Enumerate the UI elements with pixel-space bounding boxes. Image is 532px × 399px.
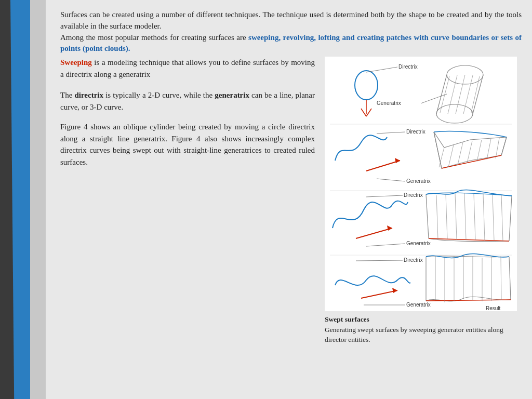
sweeping-text: is a modeling technique that allows you … <box>60 58 315 78</box>
svg-line-43 <box>464 193 466 240</box>
svg-line-41 <box>446 194 447 239</box>
svg-point-0 <box>355 71 378 100</box>
svg-text:Directrix: Directrix <box>406 129 425 135</box>
light-bar <box>30 0 46 399</box>
svg-line-13 <box>463 75 473 114</box>
svg-line-46 <box>493 195 494 241</box>
svg-line-35 <box>356 228 392 238</box>
generatrix-bold: generatrix <box>215 91 249 99</box>
svg-line-31 <box>496 138 499 158</box>
svg-line-12 <box>456 75 465 114</box>
svg-line-47 <box>501 195 503 241</box>
svg-line-37 <box>366 244 405 246</box>
main-content: Surfaces can be created using a number o… <box>46 0 532 399</box>
svg-line-49 <box>356 260 403 261</box>
svg-line-27 <box>458 142 463 165</box>
svg-text:Generatrix: Generatrix <box>406 178 431 184</box>
sweeping-paragraph: Sweeping is a modeling technique that al… <box>60 57 315 80</box>
sweep-diagram-svg: Directrix Generatrix <box>325 57 517 311</box>
svg-text:Directrix: Directrix <box>404 192 423 198</box>
content-layout: Sweeping is a modeling technique that al… <box>60 57 522 345</box>
top-paragraph1: Surfaces can be created using a number o… <box>60 9 522 55</box>
svg-text:Generatrix: Generatrix <box>406 302 431 308</box>
caption-title: Swept surfaces <box>325 315 369 323</box>
svg-line-29 <box>477 140 482 162</box>
svg-line-3 <box>366 109 371 116</box>
svg-marker-52 <box>392 288 397 293</box>
svg-line-14 <box>471 76 480 113</box>
figure-paragraph: Figure 4 shows an oblique cylinder being… <box>60 121 315 168</box>
caption-body: Generating swept surfaces by sweeping ge… <box>325 326 503 344</box>
directrix-paragraph: The directrix is typically a 2-D curve, … <box>60 89 315 113</box>
svg-text:Generatrix: Generatrix <box>406 241 431 246</box>
svg-line-42 <box>455 193 457 240</box>
svg-line-25 <box>439 148 444 167</box>
svg-point-9 <box>436 104 473 123</box>
top-text-p2-prefix: Among the most popular methods for creat… <box>60 33 248 42</box>
svg-line-2 <box>361 109 366 116</box>
svg-line-22 <box>377 179 405 181</box>
diagram-box: Directrix Generatrix <box>325 57 517 311</box>
svg-line-28 <box>467 141 472 163</box>
svg-line-40 <box>436 195 438 240</box>
svg-line-8 <box>473 75 483 114</box>
svg-line-30 <box>487 139 491 159</box>
left-text-column: Sweeping is a modeling technique that al… <box>60 57 315 345</box>
svg-line-7 <box>436 75 447 114</box>
svg-line-51 <box>361 290 397 298</box>
svg-line-11 <box>448 75 457 114</box>
svg-line-4 <box>366 67 397 72</box>
directrix-bold1: directrix <box>74 91 103 99</box>
right-diagram-column: Directrix Generatrix <box>320 57 522 345</box>
svg-line-45 <box>483 194 485 241</box>
svg-line-18 <box>377 132 405 134</box>
svg-line-33 <box>366 195 403 197</box>
sweeping-label: Sweeping <box>60 58 92 66</box>
svg-line-26 <box>448 145 454 167</box>
svg-marker-36 <box>387 225 392 231</box>
svg-line-20 <box>366 161 400 171</box>
diagram-caption: Swept surfaces Generating swept surfaces… <box>325 314 517 345</box>
svg-text:Directrix: Directrix <box>398 64 418 70</box>
svg-text:Directrix: Directrix <box>404 257 423 263</box>
svg-text:Result: Result <box>486 305 501 311</box>
svg-line-63 <box>501 256 501 300</box>
svg-line-44 <box>474 194 475 240</box>
directrix-text2: is typically a 2-D curve, while the <box>103 91 215 99</box>
left-decoration <box>0 0 47 399</box>
top-text-p1: Surfaces can be created using a number o… <box>60 10 522 30</box>
directrix-text1: The <box>60 91 74 99</box>
svg-text:Generatrix: Generatrix <box>377 100 401 106</box>
figure-text: Figure 4 shows an oblique cylinder being… <box>60 123 315 166</box>
